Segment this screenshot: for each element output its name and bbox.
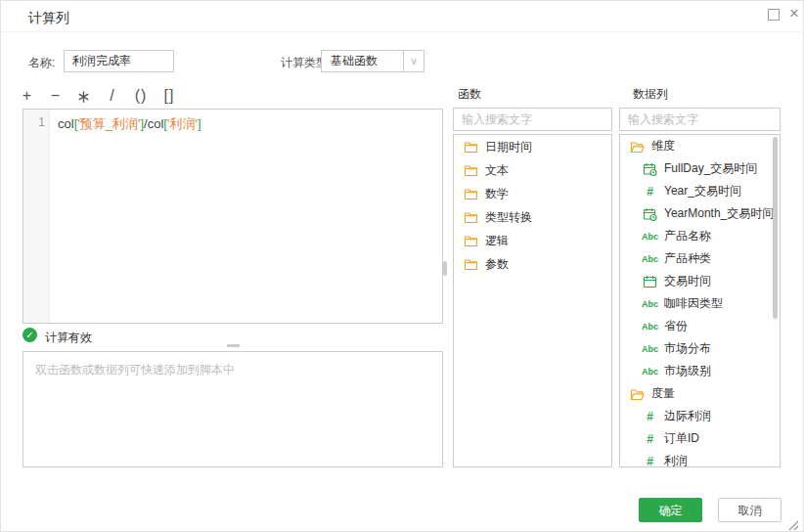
square-brackets-button[interactable]: [] [161,85,177,107]
code-segment-plain: col [58,116,74,131]
function-item[interactable]: 类型转换 [454,205,611,229]
column-item-label: 市场级别 [664,363,711,379]
columns-search-input[interactable] [619,108,781,131]
folder-icon [463,163,479,177]
column-item-label: 产品种类 [664,250,711,267]
column-item[interactable]: #订单ID [620,427,780,450]
function-item-label: 数学 [485,186,509,202]
column-item[interactable]: #Year_交易时间 [620,180,780,202]
cancel-button[interactable]: 取消 [718,498,782,522]
calc-type-select[interactable]: 基础函数 ∨ [321,50,424,72]
header-divider [1,31,804,32]
column-item[interactable]: Abc市场级别 [620,360,780,382]
number-icon: # [642,432,658,446]
column-item[interactable]: Abc咖啡因类型 [620,292,780,315]
calculated-column-dialog: 计算列 × 名称: 计算类型: 基础函数 ∨ +−/()[] 1 col['预算… [0,0,804,532]
function-item-label: 类型转换 [485,209,532,226]
name-input[interactable] [64,50,174,72]
calendar-icon [642,275,658,288]
column-item[interactable]: YearMonth_交易时间 [620,202,780,225]
text-abc-icon: Abc [642,367,658,377]
code-segment-bracket: ] [198,116,201,131]
text-abc-icon: Abc [642,232,658,242]
column-item-label: 订单ID [664,430,699,447]
text-abc-icon: Abc [642,322,658,332]
code-segment-string: '利润' [167,116,198,131]
folder-icon [463,234,479,247]
columns-list: 维度FullDay_交易时间#Year_交易时间YearMonth_交易时间Ab… [619,134,781,467]
column-item-label: Year_交易时间 [664,183,741,200]
folder-open-icon [629,387,646,401]
dialog-title: 计算列 [28,10,69,27]
function-item-label: 日期时间 [485,139,532,155]
column-item-label: 边际利润 [664,408,711,424]
columns-panel-title: 数据列 [633,86,668,103]
calendar-clock-icon [642,162,658,176]
column-item-label: 省份 [664,318,688,334]
parentheses-button[interactable]: () [133,85,149,107]
column-item-label: 维度 [651,138,675,155]
chevron-down-icon: ∨ [403,51,424,71]
calc-type-value: 基础函数 [331,51,378,71]
folder-icon [463,187,479,200]
formula-editor[interactable]: 1 col['预算_利润']/col['利润'] [22,109,443,324]
folder-open-icon [629,140,646,154]
number-icon: # [642,410,658,423]
columns-scrollbar[interactable] [773,137,778,319]
description-textarea[interactable] [22,351,443,467]
calc-valid-label: 计算有效 [45,330,92,346]
text-abc-icon: Abc [642,299,658,309]
column-item-label: 产品名称 [664,228,711,244]
folder-icon [463,210,479,224]
column-item-label: 市场分布 [664,340,711,357]
number-icon: # [642,455,658,468]
column-item[interactable]: 维度 [620,135,780,157]
code-line-content: col['预算_利润']/col['利润'] [58,115,201,133]
code-segment-plain: /col [144,116,163,131]
column-item[interactable]: #边际利润 [620,405,780,427]
maximize-icon[interactable] [768,9,780,21]
column-item[interactable]: FullDay_交易时间 [620,157,780,180]
text-abc-icon: Abc [642,344,658,354]
valid-check-icon: ✓ [22,328,37,342]
minus-button[interactable]: − [48,85,64,107]
column-item[interactable]: 度量 [620,382,780,405]
close-icon[interactable]: × [785,3,803,24]
number-icon: # [642,185,658,199]
plus-button[interactable]: + [20,85,35,107]
column-item[interactable]: Abc省份 [620,315,780,337]
function-item[interactable]: 数学 [454,182,611,205]
column-item[interactable]: #利润 [620,450,780,467]
ok-button[interactable]: 确定 [639,498,702,522]
divide-button[interactable]: / [105,85,120,107]
column-item[interactable]: 交易时间 [620,270,780,292]
editor-resize-dash[interactable] [227,344,240,347]
function-item-label: 文本 [485,162,509,179]
panel-resize-handle[interactable] [443,261,447,276]
column-item-label: 咖啡因类型 [664,295,723,312]
functions-list: 日期时间文本数学类型转换逻辑参数 [453,134,612,467]
function-item-label: 参数 [485,256,509,273]
functions-panel-title: 函数 [458,86,481,103]
function-item[interactable]: 逻辑 [454,229,611,252]
column-item-label: FullDay_交易时间 [664,160,757,177]
editor-toolbar: +−/()[] [20,85,177,107]
column-item-label: YearMonth_交易时间 [664,205,774,222]
window-resize-handle[interactable] [788,517,799,528]
functions-search-input[interactable] [453,108,612,131]
code-segment-string: '预算_利润' [77,116,140,131]
folder-icon [463,140,479,154]
folder-icon [463,257,479,271]
function-item[interactable]: 文本 [454,158,611,182]
column-item-label: 度量 [651,385,675,402]
function-item[interactable]: 参数 [454,252,611,276]
text-abc-icon: Abc [642,254,658,264]
multiply-button[interactable] [76,87,92,105]
column-item[interactable]: Abc产品名称 [620,225,780,247]
column-item[interactable]: Abc市场分布 [620,337,780,360]
name-label: 名称: [28,55,55,71]
column-item[interactable]: Abc产品种类 [620,247,780,270]
function-item[interactable]: 日期时间 [454,135,611,158]
function-item-label: 逻辑 [485,233,509,249]
column-item-label: 利润 [664,453,688,467]
